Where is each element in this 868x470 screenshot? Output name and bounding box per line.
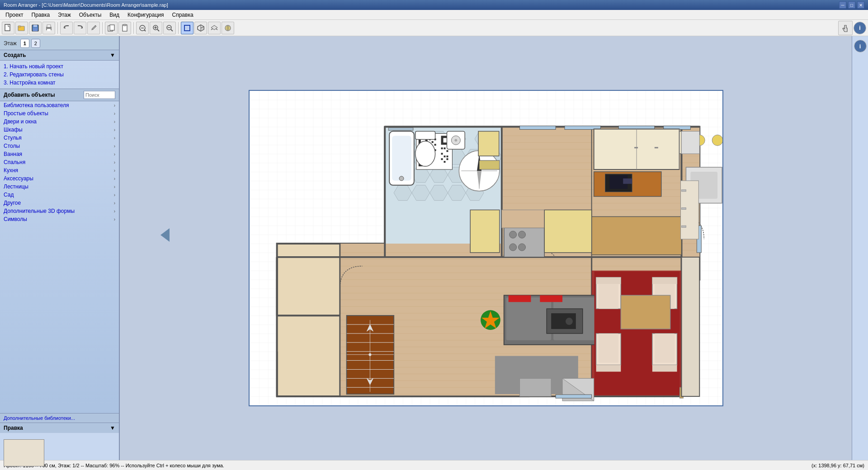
zoom-out-button[interactable] [163,22,176,34]
sidebar: Этаж 1 2 Создать ▼ 1. Начать новый проек… [0,36,120,460]
category-chairs[interactable]: Стулья › [0,134,119,142]
close-button[interactable]: ✕ [857,1,864,9]
floor-tab-1[interactable]: 1 [20,39,29,48]
svg-point-146 [415,141,435,166]
title-text: Room Arranger - [C:\Users\Master\Documen… [4,2,168,8]
category-other[interactable]: Другое › [0,199,119,207]
menu-project[interactable]: Проект [2,11,27,19]
print-button[interactable] [42,22,55,34]
maximize-button[interactable]: □ [848,1,855,9]
create-item-1[interactable]: 1. Начать новый проект [4,62,115,70]
minimize-button[interactable]: ─ [839,1,846,9]
svg-point-145 [399,176,404,181]
arrow-icon: › [114,111,115,116]
svg-point-174 [565,318,572,325]
libraries-link[interactable]: Дополнительные библиотеки... [0,413,119,423]
zoom-fit-button[interactable] [136,22,149,34]
svg-rect-217 [519,126,556,130]
view3d-2-button[interactable] [208,22,221,34]
zoom-in-button[interactable] [150,22,162,34]
svg-rect-24 [185,26,189,30]
category-user-library[interactable]: Библиотека пользователя › [0,101,119,109]
category-bedroom[interactable]: Спальня › [0,158,119,166]
svg-rect-32 [277,315,340,352]
menu-view[interactable]: Вид [106,11,123,19]
pencil-button[interactable] [87,22,100,34]
open-button[interactable] [15,22,28,34]
category-symbols[interactable]: Символы › [0,215,119,223]
arrow-icon: › [114,184,115,189]
help-icon-button[interactable]: i [854,40,867,52]
svg-rect-238 [681,190,686,192]
menu-help[interactable]: Справка [169,11,197,19]
create-section: 1. Начать новый проект 2. Редактировать … [0,61,119,89]
canvas-area[interactable] [120,36,852,460]
category-doors-windows[interactable]: Двери и окна › [0,118,119,126]
svg-rect-137 [443,161,445,163]
svg-rect-131 [446,150,448,152]
hand-tool-button[interactable] [838,21,853,35]
edit-section-header[interactable]: Правка ▼ [0,423,119,433]
svg-rect-135 [441,158,443,160]
svg-rect-210 [652,365,677,372]
info-button[interactable]: i [854,22,866,34]
category-bathroom[interactable]: Ванная › [0,150,119,158]
menu-objects[interactable]: Объекты [75,11,105,19]
view2d-button[interactable] [181,22,193,34]
new-button[interactable] [2,22,14,34]
category-3d-forms[interactable]: Дополнительные 3D формы › [0,207,119,215]
category-kitchen[interactable]: Кухня › [0,166,119,174]
category-accessories[interactable]: Аксессуары › [0,174,119,183]
arrow-icon: › [114,144,115,149]
svg-point-225 [509,231,516,238]
arrow-icon: › [114,152,115,157]
svg-rect-222 [556,395,592,398]
create-item-3[interactable]: 3. Настройка комнат [4,79,115,87]
svg-rect-161 [681,131,699,154]
menu-floor[interactable]: Этаж [54,11,75,19]
statusbar: Проект: 1168 × 700 см, Этаж: 1/2 -- Масш… [0,460,868,470]
create-item-2[interactable]: 2. Редактировать стены [4,70,115,79]
category-stairs[interactable]: Лестницы › [0,183,119,191]
svg-rect-152 [479,160,500,169]
svg-line-17 [157,29,159,31]
svg-rect-201 [596,277,621,284]
undo-button[interactable] [60,22,73,34]
svg-rect-175 [508,295,531,302]
svg-rect-5 [33,28,38,31]
svg-rect-212 [621,295,670,329]
svg-rect-123 [434,144,436,146]
save-button[interactable] [29,22,42,34]
svg-rect-151 [478,131,499,156]
svg-point-226 [518,231,525,238]
svg-point-155 [712,135,722,146]
svg-rect-240 [681,226,686,227]
svg-rect-202 [598,284,618,309]
menu-config[interactable]: Конфигурация [124,11,168,19]
svg-rect-144 [392,136,411,180]
separator-1 [57,22,58,34]
svg-rect-214 [519,378,551,396]
svg-rect-229 [501,210,544,228]
category-wardrobes[interactable]: Шкафы › [0,126,119,134]
svg-rect-4 [33,25,37,27]
view3d-button[interactable] [194,22,207,34]
copy2d-button[interactable] [105,22,118,34]
floorplan[interactable] [249,90,723,406]
svg-rect-12 [123,24,126,26]
svg-rect-2 [18,26,21,27]
redo-button[interactable] [74,22,86,34]
category-tables[interactable]: Столы › [0,142,119,150]
floor-tab-2[interactable]: 2 [31,39,40,48]
svg-rect-129 [441,147,443,149]
category-simple-objects[interactable]: Простые объекты › [0,109,119,118]
svg-rect-8 [47,29,51,31]
window-controls[interactable]: ─ □ ✕ [839,1,864,9]
svg-point-150 [454,139,457,141]
svg-rect-230 [470,210,500,252]
search-input[interactable] [84,91,115,99]
menu-edit[interactable]: Правка [28,11,54,19]
paste-button[interactable] [118,22,131,34]
category-garden[interactable]: Сад › [0,191,119,199]
view3d-3-button[interactable] [222,22,234,34]
